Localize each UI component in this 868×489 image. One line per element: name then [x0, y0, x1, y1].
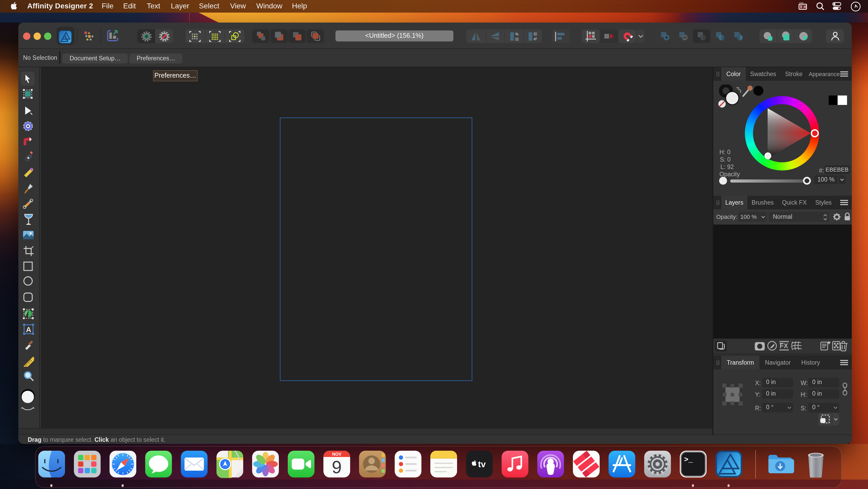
- svg-text:>_: >_: [684, 456, 693, 464]
- svg-text:A: A: [26, 325, 31, 334]
- svg-text:tv: tv: [478, 459, 486, 469]
- svg-text:⌘: ⌘: [803, 5, 806, 9]
- svg-text:9: 9: [332, 457, 341, 477]
- svg-text:NOV: NOV: [332, 452, 341, 457]
